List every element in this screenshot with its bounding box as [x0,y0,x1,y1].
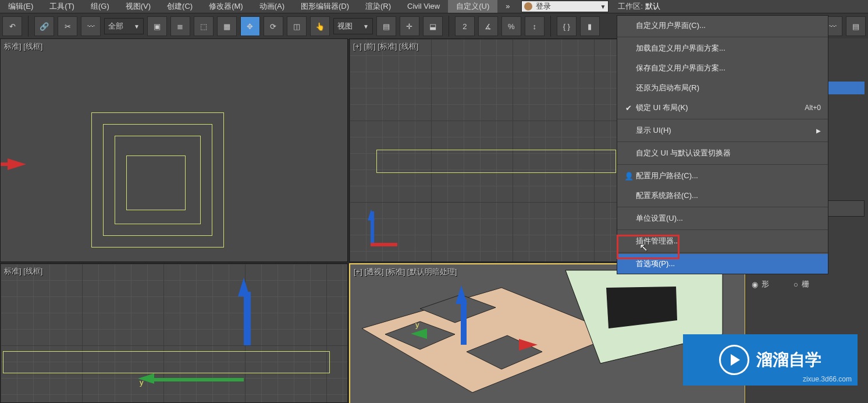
undo-button[interactable]: ↶ [2,16,22,36]
selection-filter-combo[interactable]: 全部 ▼ [104,18,144,34]
login-label: 登录 [536,1,551,12]
play-icon [719,345,749,375]
menu-render[interactable]: 渲染(R) [357,0,399,13]
menu-label: 保存自定义用户界面方案... [636,63,725,73]
separator [28,16,29,37]
menu-label: 配置用户路径(C)... [636,171,698,181]
pivot-button[interactable]: ▤ [376,16,396,36]
shape-radio[interactable]: ◉ [752,280,758,289]
menu-create[interactable]: 创建(C) [159,0,201,13]
axis-label-y: y [140,378,144,387]
menu-group[interactable]: 组(G) [83,0,118,13]
scale-button[interactable]: ◫ [287,16,307,36]
menuitem-plugin-manager[interactable]: 插件管理器... [617,231,828,251]
menuitem-load-ui[interactable]: 加载自定义用户界面方案... [617,38,828,58]
named-sel-button[interactable]: { } [557,16,577,36]
menu-label: 自定义用户界面(C)... [636,20,706,31]
place-button[interactable]: 👆 [310,16,330,36]
menu-label: 锁定 UI 布局(K) [636,102,688,113]
menuitem-lock-ui[interactable]: ✔锁定 UI 布局(K)Alt+0 [617,98,828,118]
viewport-front-label[interactable]: [+] [前] [标准] [线框] [353,41,418,52]
grid-radio[interactable]: ○ [794,280,798,289]
select-name-button[interactable]: ≣ [170,16,190,36]
separator [617,119,828,119]
y-axis-icon [368,209,375,220]
menuitem-revert-ui[interactable]: 还原为启动布局(R) [617,78,828,98]
separator [617,164,828,165]
menu-label: 首选项(P)... [636,259,675,269]
chevron-down-icon: ▼ [134,23,140,30]
shortcut-label: Alt+0 [805,104,821,112]
select-window-button[interactable]: ▦ [217,16,237,36]
mirror-button[interactable]: ▮ [580,16,600,36]
avatar-icon [524,2,532,10]
x-axis-stem [371,243,397,246]
grid-major [1,264,347,402]
menu-label: 配置系统路径(C)... [636,190,698,201]
watermark-brand: 溜溜自学 [756,349,821,371]
select-rect-button[interactable]: ⬚ [194,16,214,36]
login-button[interactable]: 登录 ▼ [521,1,609,12]
viewport-left[interactable]: 标准] [线框] y [0,263,348,403]
link-button[interactable]: 🔗 [34,16,54,36]
menu-label: 单位设置(U)... [636,213,683,224]
menuitem-preferences[interactable]: 首选项(P)... [617,254,828,274]
workspace-value[interactable]: 默认 [645,1,660,12]
separator [617,207,828,207]
ref-coord-value: 视图 [337,21,353,31]
submenu-arrow-icon: ▶ [816,128,821,134]
ref-coord-combo[interactable]: 视图 ▼ [333,18,373,34]
shape-outline [376,150,616,173]
menu-animation[interactable]: 动画(A) [251,0,293,13]
snap-button[interactable]: ✛ [400,16,419,36]
chevron-down-icon: ▼ [600,3,606,10]
bind-button[interactable]: 〰 [81,16,101,36]
menuitem-units-setup[interactable]: 单位设置(U)... [617,208,828,228]
menuitem-customize-ui[interactable]: 自定义用户界面(C)... [617,16,828,36]
move-button[interactable]: ✥ [240,16,260,36]
menuitem-system-paths[interactable]: 配置系统路径(C)... [617,186,828,206]
menu-grapheditor[interactable]: 图形编辑器(D) [293,0,357,13]
check-icon: ✔ [624,104,632,112]
viewport-left-label[interactable]: 标准] [线框] [4,266,42,277]
rotate-button[interactable]: ⟳ [264,16,283,36]
menu-edit[interactable]: 编辑(E) [0,0,41,13]
viewport-top-label[interactable]: 标准] [线框] [4,41,42,52]
x-axis-stem [0,162,10,166]
menu-modifier[interactable]: 修改器(M) [201,0,251,13]
unlink-button[interactable]: ✂ [58,16,77,36]
y-axis-stem [244,292,251,345]
percent-snap-button[interactable]: % [501,16,521,36]
green-axis-stem [151,378,244,381]
menu-tools[interactable]: 工具(T) [41,0,83,13]
axis-label-y: y [415,320,419,329]
y-axis-stem [461,299,467,345]
spinner-snap-button[interactable]: ↕ [525,16,545,36]
viewport-top[interactable]: 标准] [线框] [0,38,348,262]
menuitem-ui-switcher[interactable]: 自定义 UI 与默认设置切换器 [617,143,828,163]
select-object-button[interactable]: ▣ [147,16,167,36]
watermark-url: zixue.3d66.com [803,375,852,383]
menu-overflow[interactable]: » [497,0,518,13]
angle-snap-button[interactable]: ∡ [478,16,498,36]
selection-filter-value: 全部 [108,21,123,31]
menu-customize[interactable]: 自定义(U) [448,0,497,13]
menu-view[interactable]: 视图(V) [118,0,159,13]
menuitem-save-ui[interactable]: 保存自定义用户界面方案... [617,58,828,78]
schematic-button[interactable]: ▤ [846,16,866,36]
customize-menu-dropdown: 自定义用户界面(C)... 加载自定义用户界面方案... 保存自定义用户界面方案… [617,15,828,274]
x-axis-icon [519,339,538,351]
snap3d-button[interactable]: ⬓ [423,16,443,36]
separator [617,229,828,230]
separator [617,37,828,37]
separator [617,142,828,142]
separator [449,16,449,37]
snap-toggle-2[interactable]: 2 [455,16,475,36]
menuitem-show-ui[interactable]: 显示 UI(H)▶ [617,121,828,140]
menu-civilview[interactable]: Civil View [399,0,448,13]
menuitem-user-paths[interactable]: 👤配置用户路径(C)... [617,166,828,186]
menu-label: 自定义 UI 与默认设置切换器 [636,148,731,158]
green-axis-icon [411,328,427,339]
menu-label: 还原为启动布局(R) [636,83,699,93]
grid-label: 栅 [802,279,809,289]
